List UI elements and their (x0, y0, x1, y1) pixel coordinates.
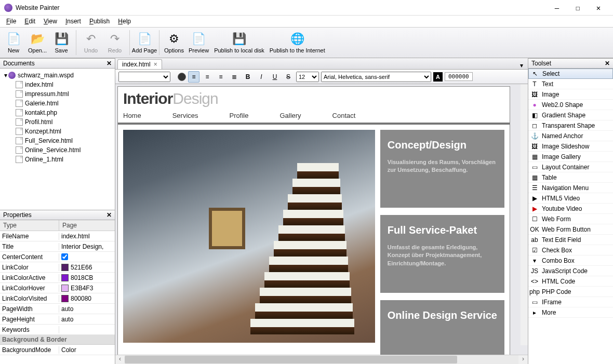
prop-keywords[interactable]: Keywords (0, 325, 115, 335)
tool-html-code[interactable]: <>HTML Code (528, 276, 613, 287)
tool-navigation-menu[interactable]: ☰Navigation Menu (528, 183, 613, 193)
tool-combo-box[interactable]: ▾Combo Box (528, 255, 613, 266)
align-justify-button[interactable]: ≣ (229, 71, 240, 83)
preview-button[interactable]: 📄Preview (186, 28, 211, 57)
tool-image-slideshow[interactable]: 🖼Image Slideshow (528, 141, 613, 152)
documents-panel-close-icon[interactable]: ✕ (106, 60, 112, 67)
menu-insert[interactable]: Insert (61, 17, 85, 26)
font-size-select[interactable]: 12 (296, 72, 319, 82)
prop-pagewidth[interactable]: PageWidthauto (0, 304, 115, 314)
hero-image[interactable] (123, 130, 375, 343)
file-Galerie-html[interactable]: Galerie.html (1, 99, 114, 108)
open-button[interactable]: 📂Open... (26, 28, 49, 57)
strike-button[interactable]: S (283, 71, 294, 83)
file-index-html[interactable]: index.html (1, 80, 114, 89)
nav-home[interactable]: Home (123, 112, 141, 119)
site-nav[interactable]: HomeServicesProfileGalleryContact (118, 107, 510, 125)
card-1[interactable]: Full Service-PaketUmfasst die gesamte Er… (380, 215, 504, 293)
underline-button[interactable]: U (269, 71, 281, 83)
tool-more[interactable]: ▸More (528, 307, 613, 318)
tool-youtube-video[interactable]: ▶Youtube Video (528, 204, 613, 214)
prop-linkcolorhover[interactable]: LinkColorHoverE3B4F3 (0, 283, 115, 293)
file-Full_Service-html[interactable]: Full_Service.html (1, 136, 114, 145)
file-Konzept-html[interactable]: Konzept.html (1, 127, 114, 136)
prop-linkcolor[interactable]: LinkColor521E66 (0, 262, 115, 273)
properties-panel-close-icon[interactable]: ✕ (106, 211, 112, 219)
tool-text-edit-field[interactable]: abText Edit Field (528, 235, 613, 245)
text-color-hex[interactable]: 000000 (445, 72, 473, 81)
align-center-button[interactable]: ≡ (202, 71, 213, 83)
file-kontakt-php[interactable]: kontakt.php (1, 108, 114, 117)
file-Online_1-html[interactable]: Online_1.html (1, 155, 114, 164)
tool-image[interactable]: 🖼Image (528, 89, 613, 100)
tool-layout-container[interactable]: ▭Layout Container (528, 162, 613, 172)
vertical-scrollbar[interactable] (521, 84, 528, 345)
save-button[interactable]: 💾Save (50, 28, 73, 57)
font-family-select[interactable]: Arial, Helvetica, sans-serif (321, 72, 431, 82)
file-Profil-html[interactable]: Profil.html (1, 117, 114, 127)
style-select[interactable] (118, 72, 170, 82)
options-button[interactable]: ⚙Options (163, 28, 185, 57)
tool-text[interactable]: TText (528, 79, 613, 89)
site-logo[interactable]: InteriorDesign (123, 90, 504, 107)
prop-linkcolorvisited[interactable]: LinkColorVisited800080 (0, 293, 115, 304)
tab-close-icon[interactable]: × (154, 61, 157, 68)
tool-web-form-button[interactable]: OKWeb Form Button (528, 224, 613, 235)
prop-centercontent[interactable]: CenterContent (0, 252, 115, 262)
tool-transparent-shape[interactable]: ◻Transparent Shape (528, 120, 613, 131)
scroll-left-icon[interactable]: ‹ (115, 355, 125, 364)
tool-gradient-shape[interactable]: ◧Gradient Shape (528, 110, 613, 120)
nav-gallery[interactable]: Gallery (279, 112, 301, 119)
project-root[interactable]: ▾schwarz_main.wspd (1, 71, 114, 80)
card-2[interactable]: Online Design Service (380, 300, 504, 355)
scrollbar-thumb[interactable] (125, 356, 457, 363)
pubnet-button[interactable]: 🌐Publish to the Internet (268, 28, 327, 57)
align-right-button[interactable]: ≡ (215, 71, 226, 83)
editor-canvas-viewport[interactable]: InteriorDesign HomeServicesProfileGaller… (115, 84, 528, 355)
new-button[interactable]: 📄New (2, 28, 25, 57)
addpage-button[interactable]: 📄Add Page (133, 28, 156, 57)
tool-image-gallery[interactable]: ▦Image Gallery (528, 152, 613, 162)
tab-index[interactable]: index.html × (117, 59, 162, 69)
file-impressum-html[interactable]: impressum.html (1, 89, 114, 99)
tool-php-code[interactable]: phpPHP Code (528, 287, 613, 297)
text-color-icon[interactable]: A (433, 72, 443, 82)
shape-color-icon[interactable] (178, 73, 186, 81)
undo-button[interactable]: ↶Undo (79, 28, 102, 57)
menu-view[interactable]: View (39, 17, 61, 26)
align-left-button[interactable]: ≡ (188, 71, 199, 83)
tool-web2-0-shape[interactable]: ●Web2.0 Shape (528, 100, 613, 110)
close-button[interactable]: ✕ (588, 1, 609, 15)
menu-help[interactable]: Help (114, 17, 135, 26)
tool-iframe[interactable]: ▭IFrame (528, 297, 613, 307)
menu-publish[interactable]: Publish (85, 17, 114, 26)
horizontal-scrollbar[interactable]: ‹ › (115, 355, 528, 364)
documents-tree[interactable]: ▾schwarz_main.wspdindex.htmlimpressum.ht… (0, 69, 115, 210)
prop-backgroundmode[interactable]: BackgroundModeColor (0, 345, 115, 355)
minimize-button[interactable]: — (547, 1, 567, 15)
prop-linkcoloractive[interactable]: LinkColorActive8018CB (0, 273, 115, 283)
maximize-button[interactable]: ☐ (567, 1, 588, 15)
redo-button[interactable]: ↷Redo (103, 28, 126, 57)
card-0[interactable]: Concept/DesignVisualisierung des Raums, … (380, 130, 504, 208)
tool-select[interactable]: ↖Select (528, 69, 613, 79)
prop-pageheight[interactable]: PageHeightauto (0, 314, 115, 325)
tool-check-box[interactable]: ☑Check Box (528, 245, 613, 255)
scroll-right-icon[interactable]: › (518, 355, 528, 364)
menu-edit[interactable]: Edit (20, 17, 39, 26)
tool-javascript-code[interactable]: JSJavaScript Code (528, 266, 613, 276)
file-Online_Service-html[interactable]: Online_Service.html (1, 145, 114, 155)
tool-web-form[interactable]: ☐Web Form (528, 214, 613, 224)
menu-file[interactable]: File (2, 17, 20, 26)
tool-html5-video[interactable]: ▶HTML5 Video (528, 193, 613, 204)
page-canvas[interactable]: InteriorDesign HomeServicesProfileGaller… (117, 86, 510, 355)
tool-named-anchor[interactable]: ⚓Named Anchor (528, 131, 613, 141)
prop-title[interactable]: TitleInterior Design, (0, 241, 115, 252)
nav-services[interactable]: Services (172, 112, 198, 119)
prop-filename[interactable]: FileNameindex.html (0, 231, 115, 241)
nav-profile[interactable]: Profile (230, 112, 249, 119)
toolset-panel-close-icon[interactable]: ✕ (605, 60, 610, 67)
tool-table[interactable]: ▦Table (528, 172, 613, 183)
tab-overflow-icon[interactable]: ▾ (517, 62, 526, 69)
bold-button[interactable]: B (242, 71, 254, 83)
